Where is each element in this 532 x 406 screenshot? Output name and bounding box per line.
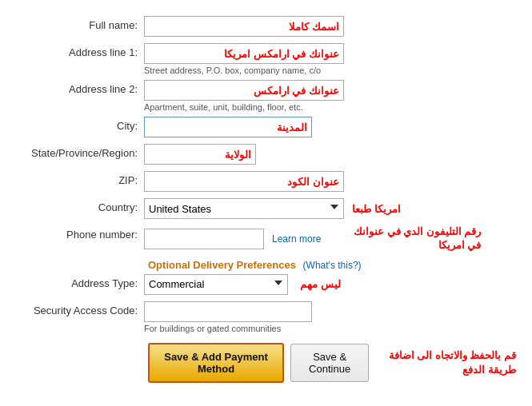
security-code-hint: For buildings or gated communities [144,324,516,333]
buttons-annotation: قم بالحفظ والاتجاه الى اضافة طريقة الدفع [387,348,516,377]
address2-hint: Apartment, suite, unit, building, floor,… [144,102,516,112]
address2-label: Address line 2: [16,80,144,95]
zip-field [144,171,516,192]
address1-input[interactable] [144,43,344,64]
button-row: Save & Add Payment Method Save & Continu… [148,343,516,383]
phone-inner: Learn more رقم التليفون الدي في عنوانك ف… [144,225,516,253]
phone-field: Learn more رقم التليفون الدي في عنوانك ف… [144,225,516,253]
address-type-field: Commercial Residential ليس مهم [144,274,516,295]
zip-input[interactable] [144,171,344,192]
state-label: State/Province/Region: [16,144,144,159]
country-label: Country: [16,198,144,213]
country-field: United States امريكا طبعا [144,198,516,219]
address-type-row: Address Type: Commercial Residential ليس… [16,274,516,297]
address1-row: Address line 1: Street address, P.O. box… [16,43,516,75]
address-type-label: Address Type: [16,274,144,289]
address-type-select[interactable]: Commercial Residential [144,274,288,295]
phone-input[interactable] [144,229,264,249]
city-row: City: [16,117,516,139]
whats-this-link[interactable]: (What's this?) [303,260,362,271]
optional-section-header: Optional Delivery Preferences (What's th… [148,259,516,271]
security-code-input[interactable] [144,301,312,322]
address1-label: Address line 1: [16,43,144,58]
phone-row: Phone number: Learn more رقم التليفون ال… [16,225,516,253]
city-input[interactable] [144,117,312,137]
address1-field: Street address, P.O. box, company name, … [144,43,516,75]
phone-annotation: رقم التليفون الدي في عنوانك في امريكا [337,225,481,253]
security-code-label: Security Access Code: [16,301,144,316]
full-name-row: Full name: [16,16,516,38]
phone-label: Phone number: [16,225,144,241]
security-code-row: Security Access Code: For buildings or g… [16,301,516,333]
full-name-field [144,16,516,37]
security-code-field: For buildings or gated communities [144,301,516,333]
form-container: Full name: Address line 1: Street addres… [0,8,532,391]
country-select[interactable]: United States [144,198,344,219]
state-row: State/Province/Region: [16,144,516,166]
full-name-input[interactable] [144,16,344,37]
learn-more-link[interactable]: Learn more [272,233,321,245]
address2-field: Apartment, suite, unit, building, floor,… [144,80,516,112]
zip-row: ZIP: [16,171,516,193]
address1-hint: Street address, P.O. box, company name, … [144,66,516,75]
save-continue-button[interactable]: Save & Continue [290,344,369,382]
save-add-button[interactable]: Save & Add Payment Method [148,343,284,383]
full-name-label: Full name: [16,16,144,31]
address-type-annotation: ليس مهم [300,278,341,290]
address2-input[interactable] [144,80,344,101]
country-annotation: امريكا طبعا [352,203,401,215]
optional-title: Optional Delivery Preferences [148,259,296,271]
city-field [144,117,516,137]
state-input[interactable] [144,144,256,165]
address2-row: Address line 2: Apartment, suite, unit, … [16,80,516,112]
state-field [144,144,516,165]
country-row: Country: United States امريكا طبعا [16,198,516,221]
zip-label: ZIP: [16,171,144,186]
city-label: City: [16,117,144,132]
